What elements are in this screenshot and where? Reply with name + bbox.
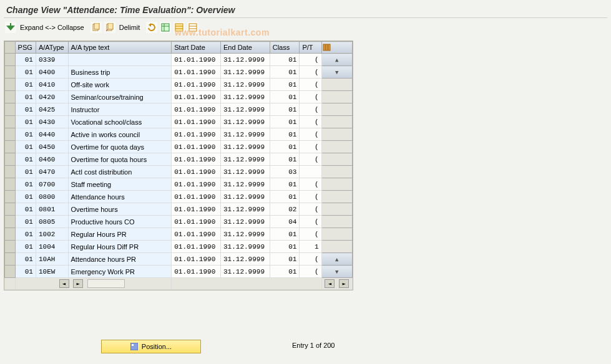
cell-aatype[interactable]: 0420 xyxy=(36,91,68,103)
cell-end-date[interactable]: 31.12.9999 xyxy=(221,103,270,116)
scroll-track[interactable] xyxy=(321,203,352,216)
cell-text[interactable]: Attendance hours xyxy=(68,191,172,203)
cell-start-date[interactable]: 01.01.1990 xyxy=(172,228,221,241)
scroll-up-step[interactable]: ▲ xyxy=(321,253,352,266)
cell-end-date[interactable]: 31.12.9999 xyxy=(221,191,270,203)
cell-text[interactable]: Emergency Work PR xyxy=(68,266,172,278)
cell-end-date[interactable]: 31.12.9999 xyxy=(221,178,270,191)
row-selector[interactable] xyxy=(5,166,16,178)
row-selector[interactable] xyxy=(5,91,16,103)
cell-pt[interactable]: ( xyxy=(300,191,321,203)
cell-end-date[interactable]: 31.12.9999 xyxy=(221,66,270,79)
cell-pt[interactable]: ( xyxy=(300,253,321,266)
cell-text[interactable]: Regular Hours Diff PR xyxy=(68,241,172,253)
cell-aatype[interactable]: 0800 xyxy=(36,191,68,203)
cell-class[interactable]: 03 xyxy=(270,166,300,178)
cell-psg[interactable]: 01 xyxy=(15,79,36,91)
cell-text[interactable]: Productive hours CO xyxy=(68,216,172,228)
cell-class[interactable]: 01 xyxy=(270,228,300,241)
cell-class[interactable]: 01 xyxy=(270,116,300,128)
cell-end-date[interactable]: 31.12.9999 xyxy=(221,128,270,141)
cell-start-date[interactable]: 01.01.1990 xyxy=(172,128,221,141)
cell-pt[interactable]: ( xyxy=(300,141,321,153)
scroll-track[interactable] xyxy=(321,153,352,166)
scroll-track[interactable] xyxy=(321,178,352,191)
cell-aatype[interactable]: 1002 xyxy=(36,228,68,241)
scroll-track[interactable] xyxy=(321,91,352,103)
cell-pt[interactable]: ( xyxy=(300,116,321,128)
cell-start-date[interactable]: 01.01.1990 xyxy=(172,103,221,116)
cell-end-date[interactable]: 31.12.9999 xyxy=(221,253,270,266)
cell-aatype[interactable]: 0460 xyxy=(36,153,68,166)
cell-pt[interactable]: ( xyxy=(300,79,321,91)
scroll-left-button[interactable]: ◄ xyxy=(59,279,69,288)
scroll-track[interactable] xyxy=(321,241,352,253)
cell-psg[interactable]: 01 xyxy=(15,228,36,241)
select-all-icon[interactable] xyxy=(174,22,185,33)
cell-text[interactable] xyxy=(68,54,172,66)
scroll-track[interactable] xyxy=(321,228,352,241)
cell-start-date[interactable]: 01.01.1990 xyxy=(172,178,221,191)
cell-pt[interactable]: ( xyxy=(300,178,321,191)
cell-end-date[interactable]: 31.12.9999 xyxy=(221,79,270,91)
cell-pt[interactable]: ( xyxy=(300,103,321,116)
cell-aatype[interactable]: 0425 xyxy=(36,103,68,116)
cell-aatype[interactable]: 0450 xyxy=(36,141,68,153)
expand-collapse-label[interactable]: Expand <-> Collapse xyxy=(19,24,88,31)
row-selector[interactable] xyxy=(5,103,16,116)
table-settings-icon[interactable] xyxy=(160,22,171,33)
cell-aatype[interactable]: 0805 xyxy=(36,216,68,228)
cell-text[interactable]: Staff meeting xyxy=(68,178,172,191)
cell-psg[interactable]: 01 xyxy=(15,66,36,79)
cell-class[interactable]: 01 xyxy=(270,141,300,153)
cell-psg[interactable]: 01 xyxy=(15,128,36,141)
configure-columns-icon[interactable] xyxy=(321,42,352,54)
scroll-track[interactable] xyxy=(321,128,352,141)
cell-aatype[interactable]: 1004 xyxy=(36,241,68,253)
cell-psg[interactable]: 01 xyxy=(15,116,36,128)
toggle-icon[interactable] xyxy=(5,22,16,33)
cell-class[interactable]: 01 xyxy=(270,128,300,141)
cell-aatype[interactable]: 0410 xyxy=(36,79,68,91)
cell-text[interactable]: Regular Hours PR xyxy=(68,228,172,241)
cell-psg[interactable]: 01 xyxy=(15,241,36,253)
copy-as-icon[interactable] xyxy=(104,22,115,33)
cell-class[interactable]: 01 xyxy=(270,178,300,191)
cell-end-date[interactable]: 31.12.9999 xyxy=(221,228,270,241)
copy-icon[interactable] xyxy=(90,22,102,33)
cell-start-date[interactable]: 01.01.1990 xyxy=(172,216,221,228)
scroll-down-step[interactable]: ▼ xyxy=(321,66,352,79)
scroll-track[interactable] xyxy=(321,141,352,153)
cell-text[interactable]: Active in works council xyxy=(68,128,172,141)
cell-pt[interactable]: ( xyxy=(300,203,321,216)
cell-start-date[interactable]: 01.01.1990 xyxy=(172,253,221,266)
scroll-up-button[interactable]: ▲ xyxy=(321,54,352,66)
scroll-down-button[interactable]: ▼ xyxy=(321,266,352,278)
scroll-right-button-2[interactable]: ► xyxy=(339,279,349,288)
cell-pt[interactable]: ( xyxy=(300,66,321,79)
cell-psg[interactable]: 01 xyxy=(15,178,36,191)
cell-start-date[interactable]: 01.01.1990 xyxy=(172,54,221,66)
scroll-track-left[interactable] xyxy=(87,279,125,288)
cell-start-date[interactable]: 01.01.1990 xyxy=(172,153,221,166)
cell-psg[interactable]: 01 xyxy=(15,253,36,266)
cell-psg[interactable]: 01 xyxy=(15,203,36,216)
row-selector[interactable] xyxy=(5,241,16,253)
cell-class[interactable]: 04 xyxy=(270,216,300,228)
cell-text[interactable]: Instructor xyxy=(68,103,172,116)
row-selector[interactable] xyxy=(5,216,16,228)
scroll-right-button[interactable]: ► xyxy=(73,279,83,288)
cell-end-date[interactable]: 31.12.9999 xyxy=(221,54,270,66)
cell-start-date[interactable]: 01.01.1990 xyxy=(172,191,221,203)
row-selector[interactable] xyxy=(5,178,16,191)
cell-text[interactable]: Attendance hours PR xyxy=(68,253,172,266)
cell-pt[interactable]: 1 xyxy=(300,241,321,253)
cell-start-date[interactable]: 01.01.1990 xyxy=(172,166,221,178)
cell-text[interactable]: Overtime for quota days xyxy=(68,141,172,153)
cell-text[interactable]: Off-site work xyxy=(68,79,172,91)
cell-start-date[interactable]: 01.01.1990 xyxy=(172,266,221,278)
cell-psg[interactable]: 01 xyxy=(15,103,36,116)
cell-aatype[interactable]: 0339 xyxy=(36,54,68,66)
col-text[interactable]: A/A type text xyxy=(68,42,172,54)
cell-end-date[interactable]: 31.12.9999 xyxy=(221,91,270,103)
